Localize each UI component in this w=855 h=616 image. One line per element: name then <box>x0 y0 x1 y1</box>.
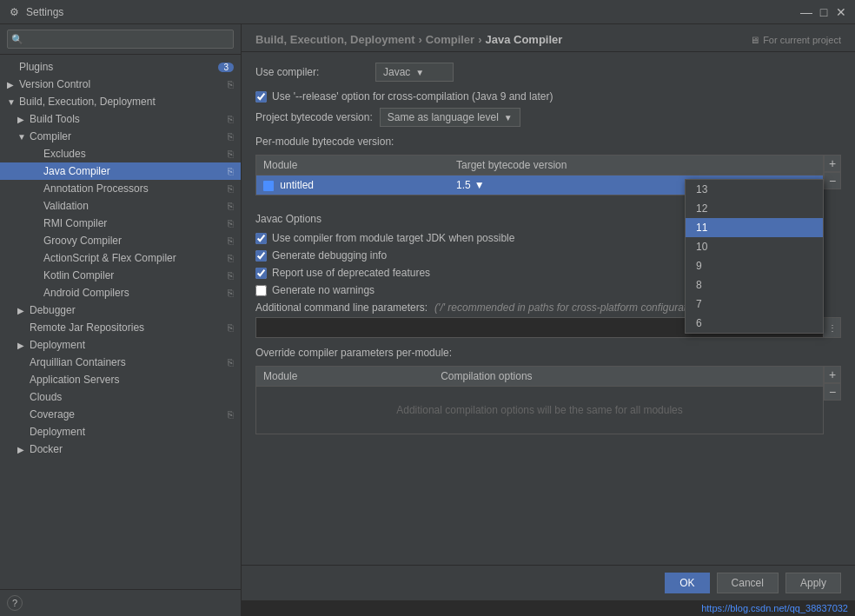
add-override-button[interactable]: + <box>824 366 841 383</box>
bytecode-version-dropdown[interactable]: Same as language level ▼ <box>380 108 520 127</box>
sidebar-item-remote-jar-repos[interactable]: Remote Jar Repositories ⎘ <box>0 319 241 336</box>
content-area: Build, Execution, Deployment › Compiler … <box>242 24 855 616</box>
version-dropdown-arrow: ▼ <box>474 179 485 191</box>
sidebar-item-label: Version Control <box>19 78 224 90</box>
arrow-icon: ▶ <box>17 306 26 315</box>
version-option-8[interactable]: 8 <box>686 275 823 295</box>
cmd-params-hint: ('/' recommended in paths for cross-plat… <box>434 301 709 314</box>
sidebar-item-docker[interactable]: ▶ Docker <box>0 440 241 458</box>
sidebar-item-label: Kotlin Compiler <box>43 269 224 282</box>
module-table-container: Module Target bytecode version untitled <box>255 155 841 206</box>
arrow-icon: ▶ <box>17 445 26 454</box>
sidebar-item-label: Docker <box>30 443 234 455</box>
override-options-header: Compilation options <box>434 367 823 387</box>
breadcrumb-part-3: Java Compiler <box>486 33 563 46</box>
sidebar-item-build-execution[interactable]: ▼ Build, Execution, Deployment <box>0 93 241 110</box>
arrow-icon: ▼ <box>17 132 26 142</box>
per-module-section-title: Per-module bytecode version: <box>255 136 841 148</box>
sidebar-item-java-compiler[interactable]: Java Compiler ⎘ <box>0 162 241 180</box>
project-badge: 🖥 For current project <box>750 35 841 45</box>
cancel-button[interactable]: Cancel <box>717 573 779 593</box>
version-option-13[interactable]: 13 <box>686 180 823 199</box>
javac-opt-checkbox-1[interactable] <box>255 233 267 244</box>
version-option-9[interactable]: 9 <box>686 256 823 275</box>
breadcrumb-part-1: Build, Execution, Deployment <box>255 33 414 46</box>
copy-icon: ⎘ <box>228 357 234 368</box>
window-title: Settings <box>26 6 799 18</box>
ok-button[interactable]: OK <box>665 573 709 593</box>
bytecode-version-label: Project bytecode version: <box>255 111 373 123</box>
sidebar-item-label: Excludes <box>43 148 224 160</box>
sidebar-item-annotation-processors[interactable]: Annotation Processors ⎘ <box>0 180 241 197</box>
sidebar-item-plugins[interactable]: Plugins 3 <box>0 58 241 76</box>
copy-icon: ⎘ <box>228 201 234 211</box>
sidebar-item-deployment[interactable]: ▶ Deployment <box>0 336 241 354</box>
sidebar-item-label: Application Servers <box>30 374 234 386</box>
sidebar-item-label: Debugger <box>30 304 234 316</box>
maximize-button[interactable]: □ <box>817 5 831 19</box>
search-icon: 🔍 <box>11 34 23 45</box>
sidebar-item-coverage[interactable]: Coverage ⎘ <box>0 406 241 423</box>
javac-opt-checkbox-2[interactable] <box>255 250 267 262</box>
version-option-10[interactable]: 10 <box>686 237 823 256</box>
search-input[interactable] <box>7 30 234 49</box>
release-option-checkbox[interactable] <box>255 91 267 103</box>
sidebar-item-label: Java Compiler <box>43 165 224 177</box>
override-empty-msg: Additional compilation options will be t… <box>256 387 823 434</box>
version-option-6[interactable]: 6 <box>686 314 823 333</box>
apply-button[interactable]: Apply <box>785 573 841 593</box>
override-table: Module Compilation options Additional co… <box>256 367 823 434</box>
help-button[interactable]: ? <box>7 595 23 611</box>
copy-icon: ⎘ <box>228 114 234 124</box>
csdn-link[interactable]: https://blog.csdn.net/qq_38837032 <box>701 603 848 613</box>
remove-module-button[interactable]: − <box>824 172 841 189</box>
add-module-button[interactable]: + <box>824 155 841 172</box>
close-button[interactable]: ✕ <box>834 5 848 19</box>
sidebar-item-arquillian-containers[interactable]: Arquillian Containers ⎘ <box>0 354 241 371</box>
version-value: 1.5 <box>456 179 471 191</box>
release-option-label: Use '--release' option for cross-compila… <box>272 90 553 103</box>
javac-opt-checkbox-4[interactable] <box>255 285 267 296</box>
sidebar-item-deployment2[interactable]: Deployment <box>0 423 241 440</box>
sidebar-item-groovy-compiler[interactable]: Groovy Compiler ⎘ <box>0 232 241 249</box>
use-compiler-row: Use compiler: Javac ▼ <box>255 63 841 82</box>
arrow-icon: ▼ <box>7 97 16 107</box>
sidebar-item-label: Remote Jar Repositories <box>30 321 224 334</box>
sidebar-item-validation[interactable]: Validation ⎘ <box>0 197 241 215</box>
sidebar-item-label: Deployment <box>30 339 234 351</box>
sidebar-item-compiler[interactable]: ▼ Compiler ⎘ <box>0 128 241 145</box>
module-name-cell: untitled <box>256 176 449 195</box>
version-option-7[interactable]: 7 <box>686 295 823 314</box>
version-option-12[interactable]: 12 <box>686 199 823 218</box>
version-dropdown-overlay: 13 12 11 10 9 8 7 6 <box>685 179 824 334</box>
remove-override-button[interactable]: − <box>824 383 841 401</box>
sidebar-item-kotlin-compiler[interactable]: Kotlin Compiler ⎘ <box>0 267 241 284</box>
javac-opt-checkbox-3[interactable] <box>255 268 267 279</box>
sidebar-item-application-servers[interactable]: Application Servers <box>0 371 241 388</box>
sidebar-item-rmi-compiler[interactable]: RMI Compiler ⎘ <box>0 215 241 232</box>
sidebar-item-actionscript-flex[interactable]: ActionScript & Flex Compiler ⎘ <box>0 249 241 267</box>
sidebar-item-clouds[interactable]: Clouds <box>0 388 241 406</box>
use-compiler-dropdown[interactable]: Javac ▼ <box>375 63 454 82</box>
bytecode-version-value: Same as language level <box>388 111 499 123</box>
arrow-icon: ▶ <box>17 341 26 350</box>
sidebar-item-excludes[interactable]: Excludes ⎘ <box>0 145 241 162</box>
sidebar-item-label: Coverage <box>30 408 224 421</box>
version-option-11[interactable]: 11 <box>686 218 823 237</box>
override-table-actions: + − <box>824 366 841 401</box>
sidebar-item-label: Arquillian Containers <box>30 356 224 368</box>
override-section: Override compiler parameters per-module:… <box>255 347 841 434</box>
sidebar-item-android-compilers[interactable]: Android Compilers ⎘ <box>0 284 241 301</box>
cmd-expand-button[interactable]: ⋮ <box>823 318 840 337</box>
sidebar-item-build-tools[interactable]: ▶ Build Tools ⎘ <box>0 110 241 128</box>
copy-icon: ⎘ <box>228 183 234 194</box>
sidebar-item-debugger[interactable]: ▶ Debugger <box>0 301 241 319</box>
minimize-button[interactable]: — <box>799 5 813 19</box>
sidebar-item-label: Annotation Processors <box>43 182 224 195</box>
app-icon: ⚙ <box>7 5 21 19</box>
copy-icon: ⎘ <box>228 166 234 176</box>
sidebar-item-version-control[interactable]: ▶ Version Control ⎘ <box>0 76 241 93</box>
copy-icon: ⎘ <box>228 79 234 89</box>
breadcrumb-sep-1: › <box>418 33 421 46</box>
dropdown-arrow-icon: ▼ <box>415 68 424 77</box>
